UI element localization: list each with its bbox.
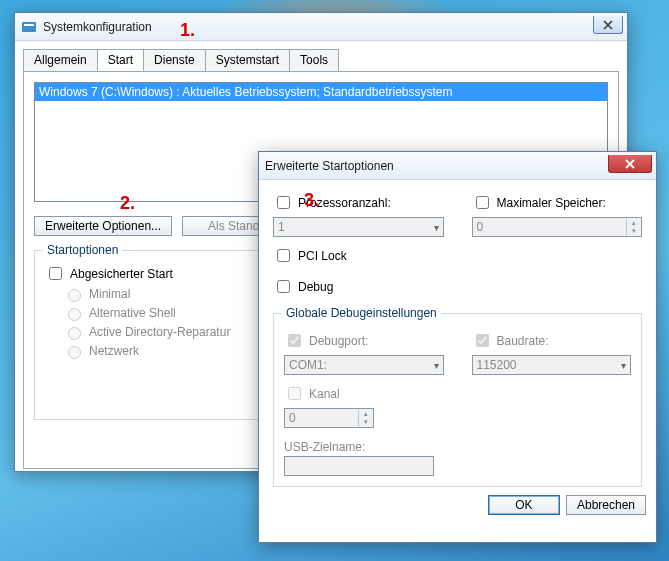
boot-entry-selected[interactable]: Windows 7 (C:\Windows) : Aktuelles Betri… <box>35 83 607 101</box>
debug-checkbox[interactable]: Debug <box>273 277 642 296</box>
global-debug-legend: Globale Debugeinstellungen <box>282 306 441 320</box>
channel-spin: 0 ▴▾ <box>284 408 374 428</box>
tab-allgemein[interactable]: Allgemein <box>23 49 98 71</box>
tab-start[interactable]: Start <box>97 49 144 71</box>
titlebar[interactable]: Erweiterte Startoptionen <box>259 152 656 180</box>
chevron-down-icon: ▾ <box>621 360 626 371</box>
max-memory-checkbox[interactable]: Maximaler Speicher: <box>472 193 643 212</box>
max-memory-spin: 0 ▴▾ <box>472 217 643 237</box>
tab-systemstart[interactable]: Systemstart <box>205 49 290 71</box>
svg-rect-0 <box>22 22 36 32</box>
svg-rect-1 <box>24 24 34 26</box>
tab-strip: Allgemein Start Dienste Systemstart Tool… <box>23 49 619 71</box>
spin-buttons: ▴▾ <box>358 410 372 426</box>
chevron-down-icon: ▾ <box>434 222 439 233</box>
boot-options-legend: Startoptionen <box>43 243 122 257</box>
debugport-checkbox: Debugport: <box>284 331 444 350</box>
channel-checkbox: Kanal <box>284 384 444 403</box>
dialog-footer: OK Abbrechen <box>259 487 656 523</box>
usb-target-input <box>284 456 434 476</box>
baudrate-checkbox: Baudrate: <box>472 331 632 350</box>
spin-buttons: ▴▾ <box>626 219 640 235</box>
advanced-boot-dialog: Erweiterte Startoptionen Prozessoranzahl… <box>258 151 657 543</box>
close-button[interactable] <box>593 16 623 34</box>
debugport-combo: COM1:▾ <box>284 355 444 375</box>
tab-tools[interactable]: Tools <box>289 49 339 71</box>
baudrate-combo: 115200▾ <box>472 355 632 375</box>
titlebar[interactable]: Systemkonfiguration <box>15 13 627 41</box>
cpu-count-checkbox[interactable]: Prozessoranzahl: <box>273 193 444 212</box>
usb-target-label: USB-Zielname: <box>284 440 444 454</box>
pcilock-checkbox[interactable]: PCI Lock <box>273 246 642 265</box>
close-button[interactable] <box>608 155 652 173</box>
ok-button[interactable]: OK <box>488 495 560 515</box>
cancel-button[interactable]: Abbrechen <box>566 495 646 515</box>
chevron-down-icon: ▾ <box>434 360 439 371</box>
app-icon <box>21 19 37 35</box>
tab-dienste[interactable]: Dienste <box>143 49 206 71</box>
global-debug-group: Globale Debugeinstellungen Debugport: CO… <box>273 313 642 487</box>
dialog-body: Prozessoranzahl: 1▾ Maximaler Speicher: … <box>273 190 642 487</box>
cpu-count-combo: 1▾ <box>273 217 444 237</box>
advanced-options-button[interactable]: Erweiterte Optionen... <box>34 216 172 236</box>
dialog-title: Erweiterte Startoptionen <box>265 159 394 173</box>
window-title: Systemkonfiguration <box>43 20 152 34</box>
